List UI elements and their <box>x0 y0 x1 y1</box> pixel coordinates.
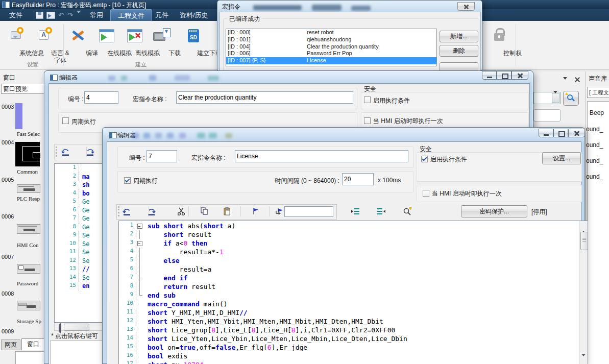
macro-list[interactable]: [ID : 000]reset robot [ID : 001]qiehuans… <box>226 29 437 66</box>
export-icon[interactable] <box>46 12 55 19</box>
code-line: 13short Lice_grup[8],Lice_L[8],Lice_H[8]… <box>119 326 588 334</box>
menu-tab-data[interactable]: 资料/历史 <box>173 9 215 21</box>
code-line: 8 return result <box>119 282 588 291</box>
find-icon[interactable] <box>402 207 412 216</box>
editor7-password-state: [停用] <box>531 208 547 216</box>
editor4-no-label: 编号 : <box>68 95 84 104</box>
macro-delete-button[interactable]: 删除 <box>440 45 478 57</box>
window-thumbnail[interactable] <box>15 103 22 129</box>
editor7-name-input[interactable] <box>235 150 408 162</box>
sound-filter-dropdown[interactable]: [ 工程文 <box>587 87 609 98</box>
macro-row[interactable]: [ID : 000]reset robot <box>226 29 436 36</box>
close-button[interactable] <box>568 129 585 137</box>
sound-item[interactable]: ound_ <box>586 126 603 133</box>
address-search-button[interactable] <box>563 91 579 106</box>
undo-icon[interactable]: ↶ <box>58 11 64 19</box>
code-line: 12short HMI_Yten,HMI_Ybit,HMI_Mten,HMI_M… <box>119 317 588 326</box>
macro-dialog-body: 已编译成功 [ID : 000]reset robot [ID : 001]qi… <box>220 12 481 71</box>
editor7-code-area[interactable]: 1sub short abs(short a)2 short result3 i… <box>118 221 588 364</box>
maximize-button[interactable] <box>497 71 511 80</box>
redo-icon[interactable] <box>146 207 156 216</box>
macro-row-selected[interactable]: [ID : 007] {P, S}License <box>226 57 436 64</box>
editor4-startup-checkbox[interactable] <box>364 117 371 124</box>
undo-icon[interactable] <box>61 147 71 156</box>
window-thumbnail[interactable] <box>17 224 40 234</box>
offline-simulation-icon <box>125 26 143 46</box>
ribbon-control-token-button[interactable]: 控制权 <box>486 23 513 67</box>
macro-row[interactable]: [ID : 001]qiehuanshoudong <box>226 36 436 43</box>
editor7-password-protect-button[interactable]: 密码保护... <box>461 205 527 217</box>
minimize-button[interactable] <box>539 129 553 137</box>
sound-list: Beep ound_ ound_ ound_ ound_ <box>587 101 609 364</box>
cut-icon[interactable] <box>177 207 187 216</box>
editor-window-icon <box>109 132 117 138</box>
tab-window[interactable]: 窗口 <box>21 338 45 350</box>
undo-icon[interactable] <box>122 207 132 216</box>
macro-dialog-close-button[interactable] <box>457 2 475 11</box>
editor4-periodic-checkbox[interactable] <box>62 117 69 124</box>
tab-webpage[interactable]: 网页 <box>1 339 20 350</box>
window-thumbnail[interactable] <box>17 264 40 274</box>
editor7-no-label: 编号 : <box>129 154 145 162</box>
editor7-no-input[interactable] <box>147 150 177 162</box>
menu-tab-object[interactable]: 元件 <box>148 9 176 21</box>
editor7-startup-checkbox[interactable] <box>423 190 429 197</box>
sound-item[interactable]: ound_ <box>586 157 603 164</box>
close-button[interactable] <box>511 71 528 80</box>
panel-close-icon[interactable] <box>574 77 580 83</box>
scroll-thumb[interactable] <box>64 324 89 331</box>
qat-menu-caret-icon[interactable] <box>77 13 81 20</box>
sd-card-icon: SD <box>185 26 203 46</box>
sound-item[interactable]: Beep <box>590 109 604 116</box>
editor4-message-box <box>51 340 103 364</box>
editor4-name-input[interactable] <box>176 91 353 104</box>
bookmark-toggle-icon[interactable] <box>251 207 261 216</box>
code-line: 6 result=a <box>119 265 588 274</box>
scroll-left-icon[interactable] <box>57 325 61 332</box>
editor4-exec-condition-checkbox[interactable] <box>364 96 371 103</box>
editor7-interval-input[interactable] <box>342 173 374 185</box>
minimize-button[interactable] <box>482 71 497 80</box>
combobox-arrow-icon[interactable] <box>552 93 559 103</box>
menu-file[interactable]: 文件 <box>2 9 30 21</box>
editor4-no-input[interactable] <box>84 91 118 104</box>
maximize-button[interactable] <box>553 129 568 137</box>
window-thumbnail[interactable] <box>17 301 40 310</box>
editor7-vscrollbar[interactable] <box>579 221 588 364</box>
address-value-field[interactable] <box>533 109 561 122</box>
outdent-icon[interactable] <box>376 207 386 216</box>
online-simulation-icon <box>97 26 115 46</box>
indent-icon[interactable] <box>351 207 361 216</box>
scroll-up-icon[interactable] <box>581 224 586 231</box>
sound-item[interactable]: ound_ <box>586 173 603 180</box>
app-icon <box>2 2 10 8</box>
scroll-down-icon[interactable] <box>581 356 586 363</box>
sound-item[interactable]: ound_ <box>586 141 603 149</box>
macro-new-button[interactable]: 新增... <box>440 31 478 42</box>
editor7-interval-label: 时间间隔 (0 ~ 864000) : <box>255 177 339 185</box>
save-icon[interactable] <box>36 12 43 19</box>
editor7-exec-condition-checkbox[interactable] <box>421 156 428 162</box>
macro-row[interactable]: [ID : 006]Password Err Pop <box>226 50 436 57</box>
editor7-name-label: 宏指令名称 : <box>191 154 226 162</box>
scroll-thumb[interactable] <box>580 232 588 250</box>
panel-menu-caret-icon[interactable] <box>563 80 567 87</box>
window-thumbnail[interactable] <box>17 184 40 193</box>
menu-tab-project[interactable]: 工程文件 <box>110 9 152 21</box>
menu-tab-common[interactable]: 常用 <box>83 9 110 21</box>
macro-row[interactable]: [ID : 004]Clear the production quantity <box>226 43 436 51</box>
window-preview-dropdown[interactable]: 窗口预览 <box>1 84 47 94</box>
editor-window-7: 编辑器 编号 : 宏指令名称 : 安全 启用执行条件 设置... <box>102 127 585 364</box>
code-line: 9end sub <box>119 291 588 300</box>
copy-icon[interactable] <box>200 207 210 216</box>
paste-icon[interactable] <box>223 207 233 216</box>
redo-icon[interactable]: ↷ <box>67 11 73 19</box>
ribbon-group-build: 建立 <box>65 61 216 68</box>
editor7-periodic-checkbox[interactable] <box>124 177 131 184</box>
window-thumbnail[interactable] <box>15 142 40 166</box>
editor7-settings-button[interactable]: 设置... <box>542 152 581 164</box>
find-input[interactable] <box>284 206 333 217</box>
editor7-periodic-label: 周期执行 <box>133 177 158 185</box>
address-dock-panel <box>533 71 586 128</box>
macro-dialog-title: 宏指令 <box>222 3 240 11</box>
